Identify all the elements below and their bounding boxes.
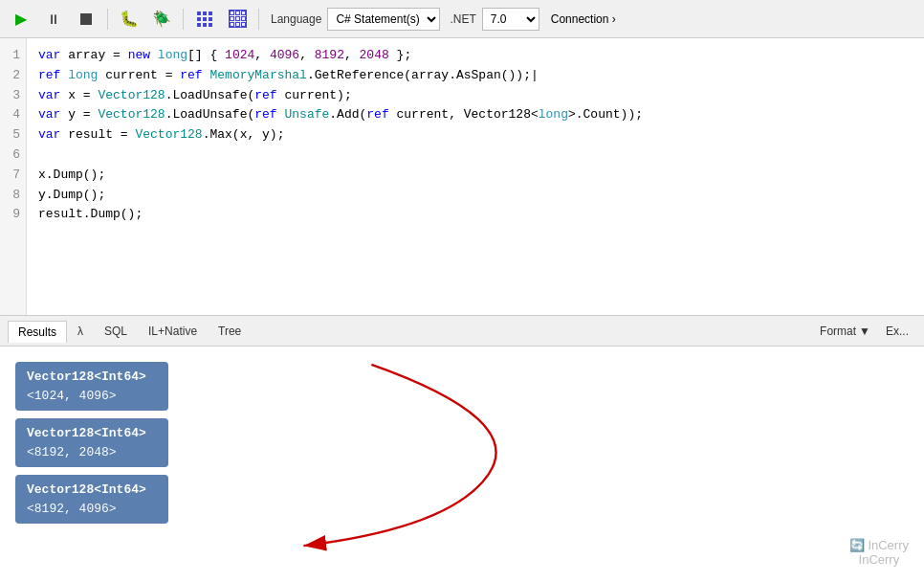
toolbar: ▶ ⏸ 🐛 🪲 Language C# Statement(s) C# Prog… (0, 0, 924, 38)
watermark-line2: InCerry (849, 552, 909, 567)
play-button[interactable]: ▶ (8, 6, 34, 33)
result-type-0: Vector128<Int64> (27, 368, 157, 387)
tab-lambda[interactable]: λ (67, 320, 94, 342)
result-value-2: <8192, 4096> (27, 500, 157, 519)
language-label: Language (271, 12, 321, 26)
format-label: Format (820, 325, 856, 338)
line-numbers: 1 2 3 4 5 6 7 8 9 (0, 38, 27, 315)
export-label: Ex... (886, 325, 909, 338)
format-button[interactable]: Format ▼ (812, 323, 878, 340)
bug1-icon: 🐛 (120, 10, 139, 28)
grid-lines-icon (229, 10, 247, 28)
separator-1 (107, 9, 108, 30)
tab-results[interactable]: Results (8, 321, 67, 343)
code-text[interactable]: var array = new long[] { 1024, 4096, 819… (27, 38, 924, 315)
watermark: 🔄 InCerry InCerry (849, 538, 909, 567)
stop-button[interactable] (73, 6, 99, 33)
connection-label: Connection (551, 12, 609, 26)
connection-chevron: › (612, 12, 616, 26)
result-card-0: Vector128<Int64> <1024, 4096> (15, 362, 168, 411)
separator-3 (258, 9, 259, 30)
result-type-2: Vector128<Int64> (27, 481, 157, 500)
grid-dots-button[interactable] (191, 6, 218, 33)
play-icon: ▶ (15, 10, 27, 28)
result-card-1: Vector128<Int64> <8192, 2048> (15, 418, 168, 467)
dotnet-label: .NET (450, 12, 475, 26)
stop-icon (80, 13, 92, 25)
result-card-2: Vector128<Int64> <8192, 4096> (15, 475, 168, 524)
watermark-line1: 🔄 InCerry (849, 538, 909, 552)
pause-button[interactable]: ⏸ (40, 6, 67, 33)
dotnet-select[interactable]: 4.7.2 5.0 6.0 7.0 8.0 (482, 8, 539, 31)
tab-sql[interactable]: SQL (94, 320, 138, 342)
language-select[interactable]: C# Statement(s) C# Program F# Expression… (327, 8, 440, 31)
result-type-1: Vector128<Int64> (27, 424, 157, 443)
bug2-icon: 🪲 (152, 10, 171, 28)
pause-icon: ⏸ (47, 11, 60, 27)
result-value-1: <8192, 2048> (27, 443, 157, 462)
tab-ilnative[interactable]: IL+Native (138, 320, 208, 342)
format-chevron-icon: ▼ (859, 325, 870, 338)
export-button[interactable]: Ex... (878, 323, 916, 340)
debug-button-2[interactable]: 🪲 (148, 6, 175, 33)
results-panel: Results λ SQL IL+Native Tree Format ▼ Ex… (0, 316, 924, 582)
code-editor: 1 2 3 4 5 6 7 8 9 var array = new long[]… (0, 38, 924, 316)
grid-lines-button[interactable] (224, 6, 251, 33)
connection-button[interactable]: Connection › (545, 11, 622, 28)
grid-dots-icon (197, 11, 212, 27)
results-content: Vector128<Int64> <1024, 4096> Vector128<… (0, 347, 924, 582)
tab-tree[interactable]: Tree (208, 320, 252, 342)
result-value-0: <1024, 4096> (27, 387, 157, 406)
results-tabs-bar: Results λ SQL IL+Native Tree Format ▼ Ex… (0, 316, 924, 347)
debug-button-1[interactable]: 🐛 (116, 6, 143, 33)
separator-2 (183, 9, 184, 30)
